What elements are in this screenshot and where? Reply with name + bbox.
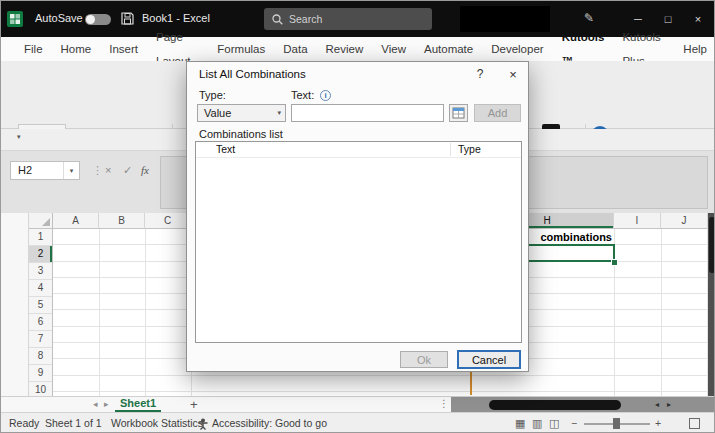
close-button[interactable]: × (683, 1, 713, 37)
row-header-5[interactable]: 5 (29, 297, 52, 314)
menu-tab-data[interactable]: Data (274, 37, 316, 61)
tab-scroll-right-icon[interactable]: ▸ (104, 399, 109, 409)
search-placeholder: Search (289, 13, 322, 25)
horizontal-scrollbar[interactable]: ◂ ▸ (451, 397, 715, 412)
vertical-scrollbar[interactable] (708, 213, 715, 396)
column-header-j[interactable]: J (661, 213, 708, 229)
zoom-fit-icon[interactable] (689, 418, 700, 429)
gridline (145, 229, 146, 396)
status-mode: Ready (9, 413, 39, 433)
column-header-i[interactable]: I (614, 213, 661, 229)
zoom-out-button[interactable]: − (571, 413, 577, 433)
autosave-toggle[interactable] (85, 14, 111, 25)
document-title: Book1 - Excel (142, 12, 210, 24)
list-column-text: Text (216, 142, 235, 157)
page-layout-view-icon[interactable]: ▥ (532, 413, 542, 433)
row-header-2[interactable]: 2 (29, 246, 52, 263)
vertical-scrollbar-thumb[interactable] (709, 217, 715, 273)
orange-marker-line (470, 370, 472, 395)
list-column-type: Type (458, 142, 481, 157)
info-icon: i (320, 90, 331, 101)
menu-tab-review[interactable]: Review (317, 37, 373, 61)
combinations-list-label: Combinations list (199, 128, 283, 140)
menu-tab-formulas[interactable]: Formulas (208, 37, 274, 61)
sheet-tab-sheet1[interactable]: Sheet1 (115, 397, 161, 412)
autosave-label: AutoSave (35, 12, 83, 24)
page-break-view-icon[interactable]: ◫ (549, 413, 559, 433)
sheet-tabs-bar: ◂ ▸ Sheet1 + ⋮ ◂ ▸ (1, 396, 715, 412)
dialog-help-button[interactable]: ? (470, 65, 490, 83)
column-header-a[interactable]: A (53, 213, 99, 229)
accessibility-status[interactable]: Accessibility: Good to go (212, 413, 327, 433)
cancel-entry-icon[interactable]: × (105, 164, 111, 176)
ribbon-tab-bar: File Home Insert Page Layout Formulas Da… (1, 37, 715, 61)
insert-function-icon[interactable]: fx (141, 164, 149, 176)
kutools-side-pane: » ▦ ✎ ▤ ⊞ ◫ ▣ ◂ (1, 213, 29, 396)
list-all-combinations-dialog: List All Combinations ? × Type: Text: i … (186, 61, 529, 372)
cancel-button[interactable]: Cancel (457, 350, 521, 369)
zoom-slider-thumb[interactable] (613, 418, 620, 429)
menu-tab-home[interactable]: Home (52, 37, 101, 61)
select-all-icon (42, 218, 50, 226)
row-header-3[interactable]: 3 (29, 263, 52, 280)
sheet-count: Sheet 1 of 1 (45, 413, 102, 433)
menu-tab-developer[interactable]: Developer (482, 37, 552, 61)
tab-scroll-left-icon[interactable]: ◂ (93, 399, 98, 409)
row-header-7[interactable]: 7 (29, 331, 52, 348)
name-box[interactable]: H2 ▾ (10, 161, 80, 180)
workbook-statistics-button[interactable]: Workbook Statistics (111, 413, 203, 433)
scroll-left-icon[interactable]: ◂ (655, 397, 659, 412)
column-header-b[interactable]: B (99, 213, 145, 229)
add-button[interactable]: Add (474, 104, 521, 122)
column-header-c[interactable]: C (145, 213, 191, 229)
row-headers: 1 2 3 4 5 6 7 8 9 10 (29, 229, 53, 396)
redacted-user-name (460, 6, 550, 32)
normal-view-icon[interactable]: ▦ (515, 413, 525, 433)
select-all-cell[interactable] (29, 213, 53, 229)
horizontal-scrollbar-thumb[interactable] (489, 400, 621, 410)
row-header-9[interactable]: 9 (29, 365, 52, 382)
search-box[interactable]: Search (264, 8, 432, 30)
menu-tab-view[interactable]: View (372, 37, 415, 61)
save-icon[interactable] (121, 12, 134, 25)
excel-window: AutoSave Book1 - Excel Search ✎ ─ □ × Fi… (0, 0, 715, 433)
excel-logo-icon (7, 11, 23, 27)
draw-pen-icon[interactable]: ✎ (584, 11, 594, 25)
row-header-8[interactable]: 8 (29, 348, 52, 365)
menu-tab-file[interactable]: File (15, 37, 52, 61)
tab-splitter-icon[interactable]: ⋮ (439, 398, 449, 409)
type-select[interactable]: Value ▾ (197, 104, 286, 122)
range-picker-icon (452, 107, 465, 119)
column-divider (450, 143, 451, 156)
gridline (99, 229, 100, 396)
range-picker-button[interactable] (449, 104, 468, 122)
type-select-value: Value (204, 105, 231, 121)
text-input[interactable] (291, 104, 444, 122)
toggle-knob (86, 15, 95, 24)
menu-tab-automate[interactable]: Automate (415, 37, 482, 61)
zoom-in-button[interactable]: + (655, 413, 661, 433)
accessibility-icon (197, 418, 209, 430)
ok-button[interactable]: Ok (400, 351, 448, 368)
dialog-close-button[interactable]: × (503, 65, 523, 83)
add-sheet-button[interactable]: + (190, 397, 198, 412)
name-box-value: H2 (18, 162, 32, 179)
row-header-4[interactable]: 4 (29, 280, 52, 297)
enter-entry-icon[interactable]: ✓ (123, 164, 132, 177)
menu-tab-insert[interactable]: Insert (100, 37, 147, 61)
gridline (661, 229, 662, 396)
header-divider (196, 157, 521, 158)
toolbar-dropdown-icon[interactable]: ▾ (17, 133, 21, 141)
row-header-1[interactable]: 1 (29, 229, 52, 246)
fill-handle[interactable] (611, 259, 618, 266)
row-header-6[interactable]: 6 (29, 314, 52, 331)
status-bar: Ready Sheet 1 of 1 Workbook Statistics A… (1, 412, 715, 433)
combinations-list[interactable]: Text Type (195, 141, 522, 343)
more-vertical-icon[interactable]: ⋮ (92, 164, 103, 177)
text-label: Text: (291, 89, 314, 101)
menu-tab-help[interactable]: Help (674, 37, 715, 61)
name-box-dropdown-icon[interactable]: ▾ (63, 162, 79, 179)
type-select-dropdown-icon: ▾ (277, 105, 281, 121)
scroll-right-icon[interactable]: ▸ (667, 397, 671, 412)
dialog-title: List All Combinations (199, 62, 306, 86)
